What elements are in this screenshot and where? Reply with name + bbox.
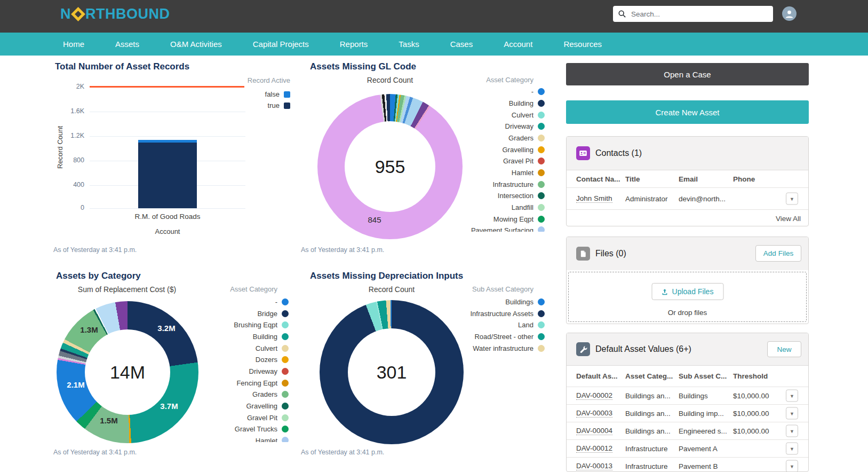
upload-files-button[interactable]: Upload Files bbox=[651, 283, 723, 300]
legend-item[interactable]: Culvert bbox=[512, 111, 545, 119]
legend-item[interactable]: Graders bbox=[252, 390, 289, 398]
legend-item-false[interactable]: false bbox=[265, 90, 290, 98]
nav-item-account[interactable]: Account bbox=[504, 40, 532, 49]
dav-record-link[interactable]: DAV-00013 bbox=[576, 462, 612, 470]
row-actions-dropdown[interactable]: ▼ bbox=[786, 460, 798, 472]
donut-center: 301 bbox=[348, 328, 435, 416]
primary-nav: Home Assets O&M Activities Capital Proje… bbox=[0, 33, 868, 56]
contact-name-link[interactable]: John Smith bbox=[576, 194, 612, 203]
donut-chart[interactable]: 955 bbox=[317, 94, 463, 239]
legend-swatch bbox=[282, 333, 289, 340]
legend-item[interactable]: Fencing Eqpt bbox=[236, 379, 289, 387]
file-icon bbox=[576, 247, 590, 261]
drop-files-hint: Or drop files bbox=[668, 309, 707, 317]
nav-item-capital-projects[interactable]: Capital Projects bbox=[253, 40, 309, 49]
legend-swatch bbox=[282, 356, 289, 363]
donut-center-value: 301 bbox=[377, 362, 407, 383]
x-tick-label: R.M. of Good Roads bbox=[134, 213, 200, 221]
legend-item[interactable]: Hamlet bbox=[256, 437, 289, 442]
nav-item-resources[interactable]: Resources bbox=[563, 40, 602, 49]
add-files-button[interactable]: Add Files bbox=[755, 245, 801, 262]
y-tick: 1.2K bbox=[62, 132, 84, 139]
row-actions-dropdown[interactable]: ▼ bbox=[786, 193, 798, 205]
contacts-card-title[interactable]: Contacts (1) bbox=[595, 148, 642, 158]
row-actions-dropdown[interactable]: ▼ bbox=[786, 407, 798, 420]
contacts-card-header: Contacts (1) bbox=[567, 137, 808, 170]
legend-title: Asset Category bbox=[230, 285, 277, 293]
search-input[interactable] bbox=[630, 10, 768, 19]
chart-title: Assets by Category bbox=[56, 271, 141, 281]
nav-item-cases[interactable]: Cases bbox=[450, 40, 473, 49]
legend-item[interactable]: Intersection bbox=[498, 192, 545, 200]
nav-item-home[interactable]: Home bbox=[63, 40, 84, 49]
gridline bbox=[90, 112, 245, 112]
nav-item-tasks[interactable]: Tasks bbox=[399, 40, 419, 49]
legend-item[interactable]: Land bbox=[518, 321, 545, 329]
legend-item[interactable]: - bbox=[275, 298, 289, 306]
legend-item[interactable]: Building bbox=[253, 333, 289, 341]
legend-item[interactable]: Gravelling bbox=[246, 402, 289, 410]
contacts-card: Contacts (1) Contact Na... Title Email P… bbox=[566, 136, 809, 226]
legend-item[interactable]: Hamlet bbox=[512, 169, 545, 177]
donut-chart[interactable]: 14M bbox=[57, 301, 198, 443]
legend-item[interactable]: - bbox=[531, 88, 545, 96]
legend-item[interactable]: Driveway bbox=[249, 367, 289, 375]
wrench-icon bbox=[576, 342, 590, 356]
northbound-logo[interactable]: N RTHBOUND bbox=[60, 7, 170, 21]
row-actions-dropdown[interactable]: ▼ bbox=[786, 390, 798, 402]
donut-chart[interactable]: 301 bbox=[320, 300, 464, 444]
legend-item[interactable]: Water infrastructure bbox=[473, 344, 545, 352]
legend-item[interactable]: Gravel Pit bbox=[247, 414, 289, 422]
legend-swatch bbox=[538, 146, 545, 153]
nav-item-assets[interactable]: Assets bbox=[115, 40, 139, 49]
col-title: Title bbox=[625, 175, 640, 183]
legend-item[interactable]: Gravelling bbox=[502, 146, 545, 154]
nav-item-reports[interactable]: Reports bbox=[340, 40, 368, 49]
legend-item[interactable]: Infrastructure bbox=[492, 180, 545, 188]
view-all-link[interactable]: View All bbox=[776, 215, 801, 223]
legend-item[interactable]: Landfill bbox=[512, 203, 545, 211]
dav-card-title[interactable]: Default Asset Values (6+) bbox=[595, 344, 691, 354]
dav-row: DAV-00004 Buildings an... Engineered s..… bbox=[567, 422, 808, 439]
contact-row: John Smith Administrator devin@north... … bbox=[567, 187, 808, 209]
legend-swatch bbox=[538, 158, 545, 164]
legend-item[interactable]: Building bbox=[509, 99, 545, 107]
legend-item[interactable]: Graders bbox=[508, 134, 545, 142]
new-button[interactable]: New bbox=[767, 341, 801, 357]
row-actions-dropdown[interactable]: ▼ bbox=[786, 425, 798, 437]
legend-item[interactable]: Gravel Trucks bbox=[235, 425, 289, 433]
col-threshold: Threshold bbox=[733, 372, 768, 380]
dav-record-link[interactable]: DAV-00004 bbox=[576, 427, 612, 435]
legend-swatch bbox=[282, 321, 289, 328]
logo-text-prefix: N bbox=[60, 7, 71, 21]
contact-email-cell: devin@north... bbox=[679, 195, 726, 203]
legend-item[interactable]: Driveway bbox=[505, 122, 545, 130]
legend-item[interactable]: Mowing Eqpt bbox=[493, 215, 545, 223]
as-of-caption: As of Yesterday at 3:41 p.m. bbox=[53, 246, 137, 254]
legend-item[interactable]: Brushing Eqpt bbox=[234, 321, 289, 329]
file-drop-zone[interactable]: Upload Files Or drop files bbox=[568, 272, 807, 322]
files-card-title[interactable]: Files (0) bbox=[595, 249, 626, 258]
legend-item[interactable]: Bridge bbox=[257, 310, 289, 318]
legend-item[interactable]: Buildings bbox=[505, 298, 545, 306]
legend-item[interactable]: Pavement Surfacing bbox=[471, 226, 545, 232]
legend-swatch bbox=[538, 112, 545, 119]
nav-item-om-activities[interactable]: O&M Activities bbox=[170, 40, 222, 49]
dav-record-link[interactable]: DAV-00003 bbox=[576, 409, 612, 418]
bar-segment-true[interactable] bbox=[138, 143, 197, 208]
create-new-asset-button[interactable]: Create New Asset bbox=[566, 100, 809, 124]
legend-item[interactable]: Gravel Pit bbox=[503, 157, 545, 165]
legend-swatch bbox=[538, 135, 545, 141]
legend-item[interactable]: Culvert bbox=[256, 344, 289, 352]
legend-item-true[interactable]: true bbox=[268, 101, 290, 109]
user-avatar[interactable] bbox=[782, 6, 797, 21]
row-actions-dropdown[interactable]: ▼ bbox=[786, 443, 798, 455]
legend-item[interactable]: Dozers bbox=[256, 356, 289, 364]
dav-record-link[interactable]: DAV-00002 bbox=[576, 391, 612, 400]
open-case-button[interactable]: Open a Case bbox=[566, 63, 809, 85]
legend-item[interactable]: Infrastructure Assets bbox=[471, 310, 545, 318]
col-default-asset: Default As... bbox=[576, 372, 618, 380]
dav-record-link[interactable]: DAV-00012 bbox=[576, 444, 612, 453]
legend-item[interactable]: Road/Street - other bbox=[474, 333, 545, 341]
global-search[interactable] bbox=[613, 6, 773, 22]
